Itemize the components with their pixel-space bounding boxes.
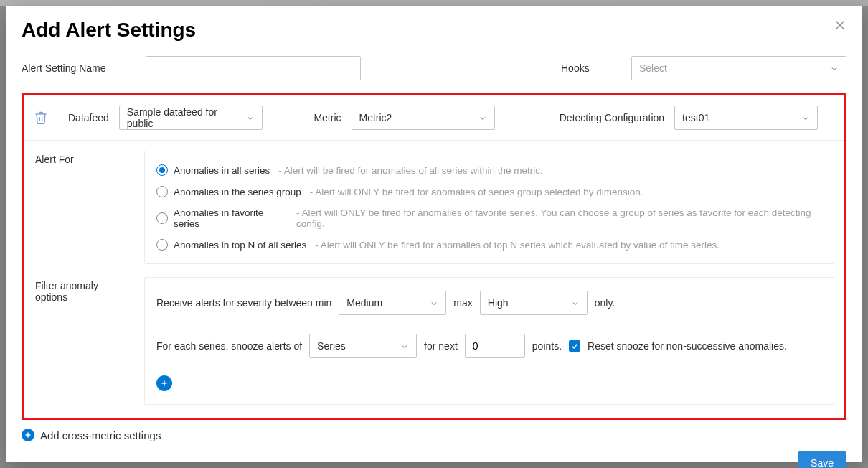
background-blur	[0, 0, 868, 6]
hooks-select[interactable]: Select	[631, 56, 846, 80]
alert-for-panel: Anomalies in all series - Alert will be …	[144, 151, 834, 264]
datafeed-select[interactable]: Sample datafeed for public	[119, 106, 263, 130]
severity-max-select[interactable]: High	[480, 291, 588, 315]
filter-options-label: Filter anomaly options	[29, 277, 131, 303]
radio-icon	[156, 186, 168, 197]
datafeed-label: Datafeed	[68, 112, 109, 123]
metric-label: Metric	[313, 112, 341, 123]
radio-desc: - Alert will ONLY be fired for anomalies…	[296, 207, 822, 229]
radio-label: Anomalies in favorite series	[174, 207, 288, 229]
radio-label: Anomalies in top N of all series	[174, 240, 306, 251]
alert-for-option[interactable]: Anomalies in all series - Alert will be …	[156, 164, 822, 176]
alert-name-label: Alert Setting Name	[22, 62, 133, 74]
snooze-prefix: For each series, snooze alerts of	[156, 340, 302, 352]
snooze-suffix: points.	[532, 340, 562, 352]
alert-config-block: Datafeed Sample datafeed for public Metr…	[22, 93, 846, 420]
close-icon[interactable]	[834, 19, 846, 32]
hooks-label: Hooks	[561, 62, 618, 74]
datafeed-value: Sample datafeed for public	[127, 106, 246, 129]
chevron-down-icon	[571, 299, 580, 307]
add-cross-metric-label[interactable]: Add cross-metric settings	[40, 429, 161, 441]
trash-icon[interactable]	[34, 111, 48, 125]
radio-label: Anomalies in the series group	[174, 187, 301, 197]
metric-value: Metric2	[359, 112, 392, 123]
reset-snooze-label: Reset snooze for non-successive anomalie…	[588, 340, 787, 352]
severity-suffix: only.	[595, 297, 615, 309]
severity-min-select[interactable]: Medium	[339, 291, 446, 315]
chevron-down-icon	[801, 113, 810, 122]
detecting-config-label: Detecting Configuration	[560, 112, 664, 123]
metric-select[interactable]: Metric2	[352, 106, 495, 130]
radio-desc: - Alert will be fired for anomalies of a…	[278, 165, 542, 176]
radio-desc: - Alert will ONLY be fired for anomalies…	[315, 240, 720, 251]
add-filter-button[interactable]	[156, 375, 172, 391]
hooks-select-placeholder: Select	[639, 62, 667, 74]
severity-prefix: Receive alerts for severity between min	[156, 297, 331, 309]
save-button[interactable]: Save	[798, 451, 846, 468]
snooze-scope-select[interactable]: Series	[309, 334, 417, 358]
radio-desc: - Alert will ONLY be fired for anomalies…	[310, 187, 643, 197]
radio-icon	[156, 164, 168, 176]
snooze-mid: for next	[424, 340, 458, 352]
severity-max-value: High	[488, 297, 509, 309]
snooze-scope-value: Series	[317, 340, 346, 352]
chevron-down-icon	[400, 342, 409, 350]
alert-for-option[interactable]: Anomalies in top N of all series - Alert…	[156, 239, 822, 251]
severity-min-value: Medium	[346, 297, 382, 309]
add-cross-metric-icon[interactable]	[22, 429, 34, 441]
radio-icon	[156, 239, 168, 251]
chevron-down-icon	[246, 113, 255, 122]
radio-label: Anomalies in all series	[174, 165, 270, 176]
chevron-down-icon	[430, 299, 438, 307]
severity-mid: max	[453, 297, 472, 309]
alert-for-option[interactable]: Anomalies in favorite series - Alert wil…	[156, 207, 822, 229]
chevron-down-icon	[830, 64, 839, 72]
alert-for-option[interactable]: Anomalies in the series group - Alert wi…	[156, 186, 822, 197]
reset-snooze-checkbox[interactable]	[569, 340, 580, 352]
add-alert-settings-modal: Add Alert Settings Alert Setting Name Ho…	[6, 6, 862, 462]
radio-icon	[156, 212, 168, 224]
snooze-points-input[interactable]	[465, 334, 525, 358]
chevron-down-icon	[478, 113, 487, 122]
alert-name-input[interactable]	[146, 56, 361, 80]
alert-for-label: Alert For	[29, 151, 131, 165]
modal-title: Add Alert Settings	[22, 19, 196, 42]
filter-options-panel: Receive alerts for severity between min …	[144, 277, 834, 405]
detecting-config-select[interactable]: test01	[674, 106, 818, 130]
detecting-config-value: test01	[682, 112, 709, 123]
